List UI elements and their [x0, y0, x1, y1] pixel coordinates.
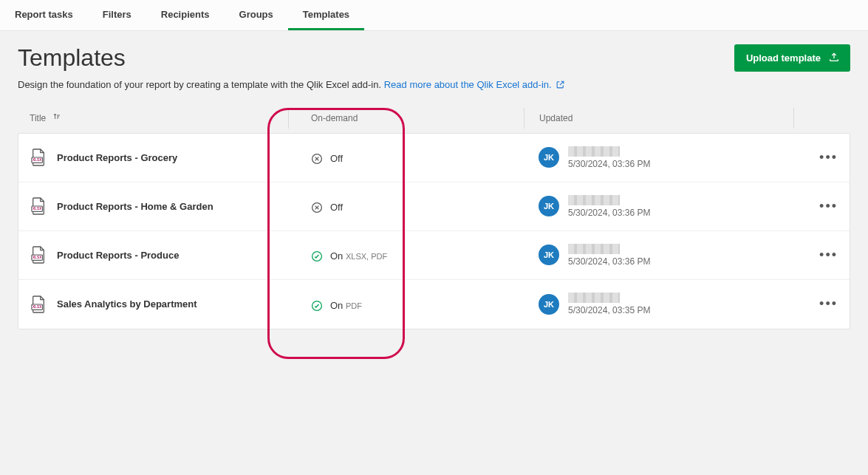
tab-filters[interactable]: Filters	[88, 0, 146, 30]
template-title: Product Reports - Produce	[57, 250, 179, 261]
on-demand-formats: XLSX, PDF	[346, 252, 387, 261]
off-icon	[311, 202, 323, 213]
template-title: Sales Analytics by Department	[57, 298, 197, 310]
page-title: Templates	[18, 44, 126, 72]
on-icon	[311, 250, 323, 262]
tab-recipients[interactable]: Recipients	[146, 0, 225, 30]
xlsx-file-icon	[30, 148, 47, 166]
updated-by-redacted	[568, 146, 620, 157]
table-row[interactable]: Sales Analytics by Department On PDF JK …	[18, 280, 850, 329]
tab-report-tasks[interactable]: Report tasks	[0, 0, 88, 30]
on-demand-state: On	[330, 300, 343, 311]
upload-icon	[828, 51, 840, 65]
tab-groups[interactable]: Groups	[225, 0, 288, 30]
updated-by-redacted	[568, 244, 620, 254]
read-more-link[interactable]: Read more about the Qlik Excel add-in.	[384, 79, 566, 90]
off-icon	[311, 153, 323, 165]
xlsx-file-icon	[30, 246, 47, 264]
row-more-menu-button[interactable]: •••	[819, 296, 838, 311]
xlsx-file-icon	[30, 295, 47, 313]
updated-by-redacted	[568, 293, 620, 303]
updated-date: 5/30/2024, 03:36 PM	[568, 208, 650, 218]
template-title: Product Reports - Grocery	[57, 152, 177, 163]
avatar: JK	[539, 294, 559, 315]
row-more-menu-button[interactable]: •••	[819, 150, 838, 165]
column-title[interactable]: Title	[30, 113, 46, 123]
read-more-link-text: Read more about the Qlik Excel add-in.	[384, 79, 552, 90]
template-title: Product Reports - Home & Garden	[57, 201, 213, 212]
column-divider	[793, 108, 794, 129]
updated-by-redacted	[568, 195, 620, 205]
sort-icon[interactable]	[52, 112, 62, 123]
upload-template-button[interactable]: Upload template	[734, 44, 850, 72]
page-subtitle: Design the foundation of your report by …	[18, 79, 850, 92]
upload-template-label: Upload template	[746, 52, 821, 64]
external-link-icon	[556, 80, 565, 92]
table-row[interactable]: Product Reports - Home & Garden Off JK 5…	[18, 182, 850, 231]
xlsx-file-icon	[30, 197, 47, 215]
updated-date: 5/30/2024, 03:35 PM	[568, 305, 650, 315]
updated-date: 5/30/2024, 03:36 PM	[568, 159, 650, 169]
on-icon	[311, 300, 323, 312]
row-more-menu-button[interactable]: •••	[819, 247, 838, 262]
on-demand-formats: PDF	[346, 301, 362, 310]
on-demand-state: Off	[330, 202, 343, 213]
on-demand-state: Off	[330, 153, 343, 164]
table-row[interactable]: Product Reports - Grocery Off JK 5/30/20…	[18, 134, 850, 182]
column-updated[interactable]: Updated	[539, 113, 573, 123]
tab-bar: Report tasks Filters Recipients Groups T…	[0, 0, 868, 31]
row-more-menu-button[interactable]: •••	[819, 199, 838, 213]
table-header: Title On-demand Updated	[18, 103, 850, 133]
tab-templates[interactable]: Templates	[288, 0, 364, 30]
avatar: JK	[539, 196, 559, 216]
page-subtitle-text: Design the foundation of your report by …	[18, 79, 384, 90]
avatar: JK	[539, 147, 559, 168]
templates-list: Product Reports - Grocery Off JK 5/30/20…	[18, 133, 850, 329]
table-row[interactable]: Product Reports - Produce On XLSX, PDF J…	[18, 231, 850, 280]
on-demand-state: On	[330, 250, 343, 262]
updated-date: 5/30/2024, 03:36 PM	[568, 256, 650, 267]
avatar: JK	[539, 245, 559, 265]
column-on-demand[interactable]: On-demand	[311, 113, 358, 123]
